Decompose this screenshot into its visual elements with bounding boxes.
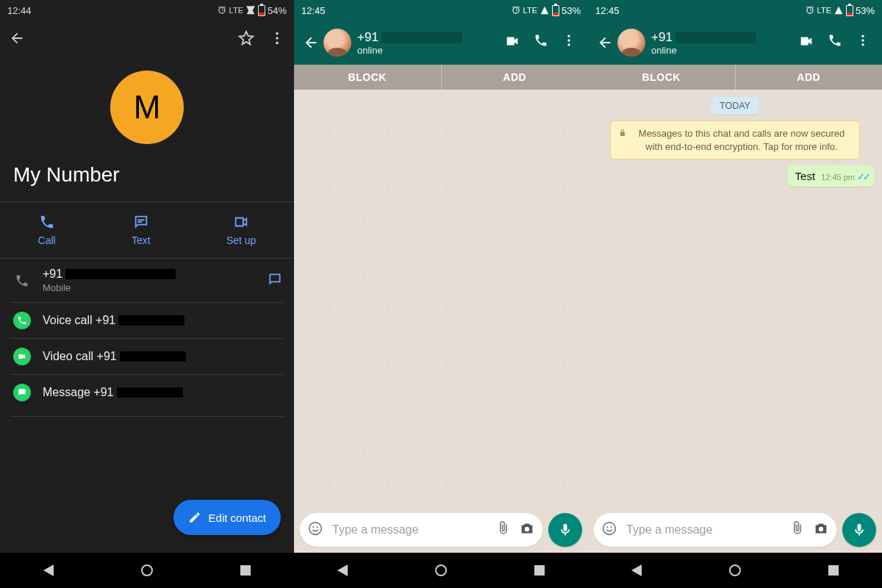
- whatsapp-icon: [13, 384, 31, 401]
- wa-voice-label: Voice call +91: [43, 314, 115, 327]
- contact-avatar[interactable]: M: [110, 71, 184, 144]
- status-battery: 53%: [856, 5, 875, 16]
- emoji-button[interactable]: [307, 520, 323, 539]
- call-action[interactable]: Call: [38, 214, 56, 246]
- battery-icon: [258, 5, 265, 16]
- video-icon: [233, 214, 249, 230]
- redacted-number: [117, 387, 183, 398]
- call-label: Call: [38, 234, 56, 246]
- status-lte: LTE: [523, 6, 537, 15]
- mic-button[interactable]: [548, 513, 582, 547]
- svg-point-12: [861, 43, 864, 46]
- nav-recent[interactable]: [828, 565, 839, 576]
- message-input[interactable]: [625, 523, 782, 537]
- setup-label: Set up: [226, 234, 256, 246]
- message-bubble[interactable]: Test 12:45 pm ✓✓: [788, 165, 875, 187]
- redacted-number: [120, 351, 186, 362]
- nav-home[interactable]: [141, 564, 153, 576]
- attach-button[interactable]: [495, 520, 512, 539]
- redacted-number: [65, 269, 176, 279]
- nav-home[interactable]: [729, 564, 741, 576]
- message-input-box[interactable]: [594, 513, 836, 547]
- phone-icon: [12, 273, 32, 288]
- chat-area[interactable]: [294, 90, 588, 509]
- more-button[interactable]: [562, 33, 576, 52]
- chat-title[interactable]: +91 online: [357, 30, 504, 56]
- back-button[interactable]: [300, 32, 322, 54]
- more-button[interactable]: [856, 33, 870, 52]
- encryption-notice[interactable]: Messages to this chat and calls are now …: [610, 121, 860, 159]
- nav-back[interactable]: [43, 564, 54, 576]
- voice-call-button[interactable]: [534, 33, 548, 52]
- block-button[interactable]: BLOCK: [294, 65, 441, 90]
- add-button[interactable]: ADD: [442, 65, 589, 90]
- nav-recent[interactable]: [534, 565, 545, 576]
- contact-info-list: +91 Mobile Voice call +91 Video call +91…: [0, 259, 294, 410]
- contact-avatar[interactable]: [617, 29, 645, 57]
- contact-avatar[interactable]: [323, 29, 351, 57]
- message-text: Test: [795, 170, 816, 182]
- chat-title[interactable]: +91 online: [651, 30, 798, 56]
- nav-home[interactable]: [435, 564, 447, 576]
- status-lte: LTE: [817, 6, 831, 15]
- emoji-button[interactable]: [601, 520, 617, 539]
- chat-header: +91 online: [294, 21, 588, 65]
- message-icon-button[interactable]: [268, 272, 282, 290]
- contact-avatar-wrap: M: [0, 56, 294, 151]
- alarm-icon: [217, 5, 227, 15]
- status-time: 12:45: [301, 5, 326, 16]
- edit-contact-button[interactable]: Edit contact: [173, 500, 281, 535]
- setup-action[interactable]: Set up: [226, 214, 256, 246]
- phone-row[interactable]: +91 Mobile: [10, 259, 284, 302]
- composer: [588, 509, 882, 553]
- back-button[interactable]: [594, 32, 616, 54]
- add-button[interactable]: ADD: [736, 65, 883, 90]
- text-action[interactable]: Text: [132, 214, 151, 246]
- video-call-button[interactable]: [798, 33, 814, 52]
- signal-icon: [539, 5, 550, 15]
- status-bar: 12:45 LTE 53%: [294, 0, 588, 21]
- svg-point-14: [606, 526, 608, 528]
- camera-button[interactable]: [519, 520, 535, 539]
- nav-bar: [294, 553, 588, 588]
- message-input[interactable]: [331, 523, 488, 537]
- camera-button[interactable]: [813, 520, 829, 539]
- alarm-icon: [805, 5, 815, 15]
- voice-call-button[interactable]: [828, 33, 842, 52]
- status-battery: 54%: [268, 5, 287, 16]
- status-battery: 53%: [562, 5, 581, 16]
- svg-point-13: [603, 523, 616, 535]
- nav-back[interactable]: [631, 564, 642, 576]
- nav-back[interactable]: [337, 564, 348, 576]
- mic-button[interactable]: [842, 513, 876, 547]
- whatsapp-panel-message: 12:45 LTE 53% +91 online BLOCK ADD TODAY: [588, 0, 882, 588]
- chat-area[interactable]: TODAY Messages to this chat and calls ar…: [588, 90, 882, 509]
- svg-point-6: [309, 523, 322, 535]
- contact-name: My Number: [0, 151, 294, 201]
- block-button[interactable]: BLOCK: [588, 65, 735, 90]
- svg-point-9: [525, 527, 529, 531]
- svg-point-16: [819, 527, 823, 531]
- svg-point-4: [567, 39, 570, 41]
- wa-video-row[interactable]: Video call +91: [10, 338, 284, 374]
- whatsapp-icon: [13, 312, 31, 329]
- signal-icon: [245, 5, 256, 15]
- redacted-number: [381, 32, 462, 43]
- back-button[interactable]: [9, 30, 25, 46]
- phone-icon: [39, 214, 55, 230]
- more-button[interactable]: [269, 30, 285, 46]
- encryption-text: Messages to this chat and calls are now …: [631, 127, 852, 153]
- nav-bar: [588, 553, 882, 588]
- message-input-box[interactable]: [300, 513, 542, 547]
- wa-message-row[interactable]: Message +91: [10, 374, 284, 410]
- wa-voice-row[interactable]: Voice call +91: [10, 302, 284, 338]
- attach-button[interactable]: [789, 520, 806, 539]
- nav-recent[interactable]: [240, 565, 251, 576]
- status-time: 12:45: [595, 5, 620, 16]
- block-add-bar: BLOCK ADD: [294, 65, 588, 90]
- status-lte: LTE: [229, 6, 243, 15]
- video-call-button[interactable]: [504, 33, 520, 52]
- redacted-number: [675, 32, 756, 43]
- svg-point-8: [317, 526, 318, 528]
- star-button[interactable]: [238, 30, 254, 46]
